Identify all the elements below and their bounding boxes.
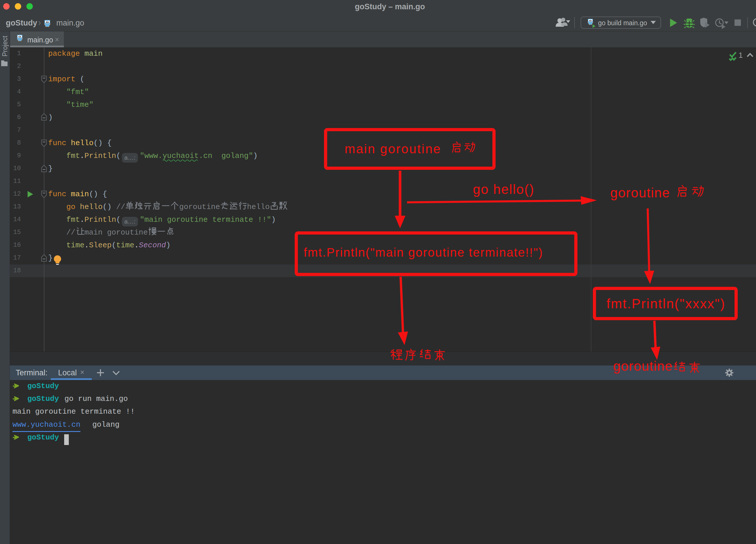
svg-text:goroutine: goroutine bbox=[613, 359, 673, 374]
svg-text:main goroutine: main goroutine bbox=[345, 142, 441, 156]
svg-text:goroutine: goroutine bbox=[610, 185, 670, 200]
svg-text:go hello(): go hello() bbox=[473, 182, 534, 197]
svg-text:fmt.Println("main goroutine te: fmt.Println("main goroutine terminate!!"… bbox=[304, 246, 543, 259]
svg-text:fmt.Println("xxxx"): fmt.Println("xxxx") bbox=[606, 296, 726, 311]
